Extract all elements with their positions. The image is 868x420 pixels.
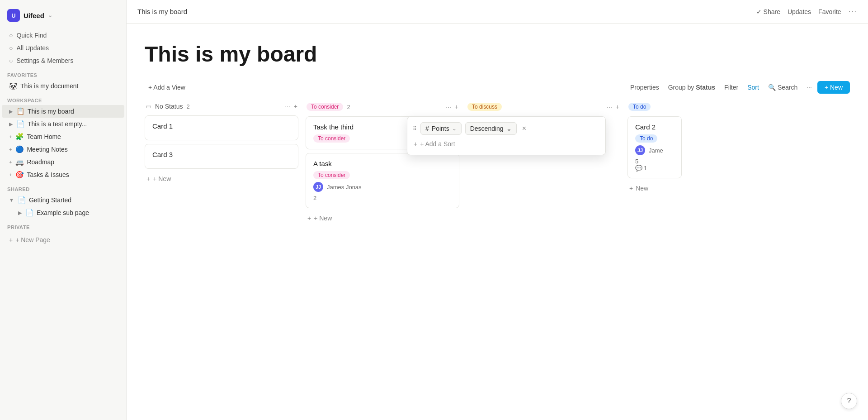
column-count: 2 (347, 104, 350, 110)
card-title: Card 3 (152, 151, 291, 158)
meeting-icon: 🔵 (15, 145, 24, 153)
add-sort-button[interactable]: + + Add a Sort (413, 138, 600, 149)
column-title: No Status (155, 103, 183, 110)
sidebar-item-my-board[interactable]: ▶ 📋 This is my board (2, 105, 124, 118)
filter-button[interactable]: Filter (721, 82, 742, 93)
sidebar-item-settings[interactable]: ○ Settings & Members (2, 54, 124, 67)
expand-chevron: + (9, 159, 12, 165)
nav-settings-label: Settings & Members (16, 57, 73, 64)
column-no-status: ▭ No Status 2 ··· + Card 1 Card 3 + + (145, 103, 298, 185)
assignee-name: James Jonas (327, 184, 362, 191)
add-page-label: + New Page (15, 236, 50, 243)
logo-icon: U (7, 9, 20, 22)
roadmap-icon: 🚐 (15, 158, 24, 166)
sort-field-select[interactable]: # Points ⌄ (420, 122, 462, 135)
sort-dropdown: ⠿ # Points ⌄ Descending ⌄ × + + Add a So… (407, 116, 606, 155)
column-add-button[interactable]: + (455, 103, 458, 110)
column-add-button[interactable]: + (616, 103, 619, 110)
sidebar-item-label: Example sub page (37, 209, 89, 216)
add-new-page-button[interactable]: + + New Page (2, 234, 124, 246)
column-more-button[interactable]: ··· (607, 103, 612, 110)
sort-row: ⠿ # Points ⌄ Descending ⌄ × (413, 122, 600, 135)
card-a-task[interactable]: A task To consider JJ James Jonas 2 (306, 153, 459, 208)
add-card-button[interactable]: + New (627, 182, 682, 195)
avatar: JJ (635, 145, 645, 155)
page-breadcrumb: This is my board (137, 8, 187, 15)
sidebar-item-team-home[interactable]: + 🧩 Team Home (2, 130, 124, 143)
column-to-do-header: To do (627, 103, 682, 111)
points-value: 2 (313, 195, 316, 201)
hash-icon: # (425, 125, 429, 132)
sidebar-item-meeting-notes[interactable]: + 🔵 Meeting Notes (2, 143, 124, 156)
private-label: PRIVATE (0, 219, 126, 232)
card-title: Card 2 (635, 123, 674, 131)
help-icon: ? (847, 397, 851, 405)
properties-button[interactable]: Properties (627, 82, 663, 93)
card-points-meta: 2 (313, 195, 452, 201)
add-view-button[interactable]: + Add a View (145, 82, 189, 93)
card-card1[interactable]: Card 1 (145, 115, 298, 140)
card-card2[interactable]: Card 2 To do JJ Jame 5 💬 1 (627, 116, 682, 178)
top-bar-actions: ✓ Share Updates Favorite ··· (756, 8, 857, 16)
sidebar: U Uifeed ⌄ ○ Quick Find ○ All Updates ○ … (0, 0, 127, 420)
add-card-button[interactable]: + + New (145, 172, 298, 185)
sort-field-label: Points (432, 125, 449, 132)
card-card3[interactable]: Card 3 (145, 144, 298, 169)
comment-count: 1 (644, 165, 647, 172)
board-icon: 📋 (16, 107, 25, 115)
sort-close-button[interactable]: × (520, 123, 528, 134)
share-button[interactable]: ✓ Share (756, 8, 780, 15)
sidebar-item-label: This is a test empty... (28, 120, 87, 128)
document-emoji-icon: 🐼 (9, 82, 18, 90)
nav-all-updates-label: All Updates (16, 44, 49, 52)
sidebar-item-example-sub[interactable]: ▶ 📄 Example sub page (2, 206, 124, 219)
help-button[interactable]: ? (841, 393, 857, 409)
workspace-chevron: ⌄ (48, 12, 52, 19)
sort-button[interactable]: Sort (744, 82, 763, 93)
sidebar-item-my-document[interactable]: 🐼 This is my document (2, 80, 124, 92)
avatar: JJ (313, 182, 323, 192)
tasks-icon: 🎯 (15, 171, 24, 179)
app-logo[interactable]: U Uifeed ⌄ (0, 5, 126, 29)
sidebar-item-label: This is my board (28, 108, 74, 115)
workspace-label: WORKSPACE (0, 92, 126, 105)
sort-direction-select[interactable]: Descending ⌄ (465, 122, 517, 135)
sidebar-item-quick-find[interactable]: ○ Quick Find (2, 29, 124, 42)
column-more-button[interactable]: ··· (446, 103, 451, 110)
top-bar: This is my board ✓ Share Updates Favorit… (127, 0, 868, 24)
expand-chevron: + (9, 147, 12, 152)
group-by-button[interactable]: Group by Status (665, 82, 719, 93)
main-content: This is my board ✓ Share Updates Favorit… (127, 0, 868, 420)
toolbar-more-button[interactable]: ··· (803, 82, 816, 93)
sidebar-item-label: This is my document (20, 82, 78, 90)
column-no-status-header: ▭ No Status 2 ··· + (145, 103, 298, 110)
new-item-button[interactable]: + New (817, 81, 850, 94)
sidebar-item-roadmap[interactable]: + 🚐 Roadmap (2, 156, 124, 168)
sidebar-item-getting-started[interactable]: ▼ 📄 Getting Started (2, 194, 124, 206)
team-icon: 🧩 (15, 133, 24, 141)
drag-handle-icon[interactable]: ⠿ (413, 125, 417, 132)
search-icon: 🔍 (768, 84, 776, 91)
sidebar-item-all-updates[interactable]: ○ All Updates (2, 42, 124, 54)
to-consider-badge: To consider (307, 103, 343, 111)
search-button[interactable]: 🔍 Search (764, 82, 801, 93)
add-icon: + (629, 185, 633, 192)
column-more-button[interactable]: ··· (285, 103, 290, 110)
sidebar-item-label: Roadmap (27, 158, 54, 166)
column-add-button[interactable]: + (294, 103, 297, 110)
more-options-button[interactable]: ··· (849, 8, 857, 16)
sort-direction-label: Descending (470, 125, 504, 132)
board-toolbar: + Add a View Properties Group by Status … (145, 81, 850, 94)
sidebar-item-test-empty[interactable]: ▶ 📄 This is a test empty... (2, 118, 124, 130)
page-title: This is my board (145, 42, 850, 67)
favorite-button[interactable]: Favorite (818, 8, 841, 15)
card-title: A task (313, 160, 452, 167)
add-card-button[interactable]: + + New (306, 212, 459, 224)
sidebar-item-tasks-issues[interactable]: + 🎯 Tasks & Issues (2, 168, 124, 181)
shared-label: SHARED (0, 181, 126, 194)
updates-button[interactable]: Updates (788, 8, 811, 15)
favorites-label: FAVORITES (0, 67, 126, 80)
to-do-badge: To do (628, 103, 651, 111)
status-badge: To do (635, 134, 657, 143)
card-assignee-meta: JJ James Jonas (313, 182, 452, 192)
